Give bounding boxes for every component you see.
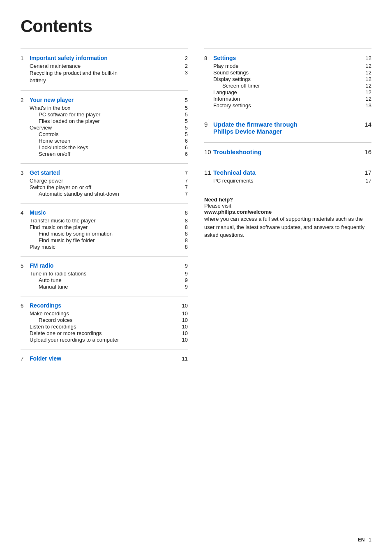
list-item: PC requirements 17	[204, 178, 371, 184]
list-item: General maintenance 2	[21, 63, 188, 69]
list-item: Recycling the product and the built-inba…	[21, 69, 188, 84]
section-3-number: 3	[21, 170, 28, 176]
need-help-title: Need help?	[204, 197, 371, 203]
list-item: Play mode 12	[204, 63, 371, 69]
section-4-number: 4	[21, 210, 28, 216]
list-item: Play music 8	[21, 244, 188, 250]
section-1-title: Important safety information	[30, 55, 180, 61]
need-help-section: Need help? Please visit www.philips.com/…	[204, 190, 371, 239]
section-2-page: 5	[180, 97, 188, 103]
right-column: 8 Settings 12 Play mode 12 Sound setting…	[204, 49, 371, 369]
need-help-please: Please visit	[204, 203, 371, 209]
section-9-page: 14	[363, 121, 371, 128]
section-6-title: Recordings	[30, 302, 180, 309]
footer-lang: EN	[358, 537, 365, 543]
list-item: Manual tune 9	[21, 284, 188, 290]
section-9-number: 9	[204, 121, 213, 128]
list-item: Find music by song information 8	[21, 231, 188, 237]
section-5: 5 FM radio 9 Tune in to radio stations 9…	[21, 256, 188, 296]
list-item: Transfer music to the player 8	[21, 217, 188, 224]
list-item: Sound settings 12	[204, 69, 371, 76]
section-9: 9 Update the firmware throughUpdate the …	[204, 115, 371, 142]
list-item: Upload your recordings to a computer 10	[21, 337, 188, 343]
need-help-body: where you can access a full set of suppo…	[204, 215, 371, 239]
left-column: 1 Important safety information 2 General…	[21, 49, 188, 369]
list-item: Charge power 7	[21, 178, 188, 184]
list-item: Screen off timer 12	[204, 83, 371, 89]
list-item: Auto tune 9	[21, 277, 188, 283]
section-8-page: 12	[363, 55, 371, 61]
section-5-number: 5	[21, 263, 28, 269]
section-3: 3 Get started 7 Charge power 7 Switch th…	[21, 163, 188, 203]
list-item: PC software for the player 5	[21, 111, 188, 118]
need-help-url: www.philips.com/welcome	[204, 209, 371, 215]
section-11-number: 11	[204, 169, 213, 176]
section-10: 10 Troubleshooting 16	[204, 142, 371, 163]
list-item: Language 12	[204, 89, 371, 95]
section-10-title: Troubleshooting	[213, 148, 363, 155]
section-1-page: 2	[180, 55, 188, 61]
list-item: Display settings 12	[204, 76, 371, 82]
section-10-number: 10	[204, 148, 213, 155]
section-4: 4 Music 8 Transfer music to the player 8…	[21, 203, 188, 256]
section-6-page: 10	[180, 303, 188, 309]
section-7-title: Folder view	[30, 355, 180, 362]
list-item: What's in the box 5	[21, 105, 188, 111]
section-8: 8 Settings 12 Play mode 12 Sound setting…	[204, 49, 371, 115]
section-9-title: Update the firmware throughUpdate the fi…	[213, 121, 297, 135]
list-item: Files loaded on the player 5	[21, 118, 188, 124]
section-10-page: 16	[363, 148, 371, 155]
list-item: Factory settings 13	[204, 102, 371, 109]
section-4-title: Music	[30, 209, 180, 216]
list-item: Switch the player on or off 7	[21, 184, 188, 190]
list-item: Listen to recordings 10	[21, 324, 188, 330]
list-item: Screen on/off 6	[21, 151, 188, 157]
list-item: Lock/unlock the keys 6	[21, 144, 188, 150]
section-7-number: 7	[21, 356, 28, 362]
list-item: Information 12	[204, 96, 371, 102]
list-item: Controls 5	[21, 131, 188, 137]
section-3-title: Get started	[30, 169, 180, 176]
section-11-title: Technical data	[213, 169, 363, 176]
list-item: Home screen 6	[21, 138, 188, 144]
section-7-page: 11	[180, 356, 188, 362]
section-8-title: Settings	[213, 55, 363, 61]
footer: EN 1	[358, 537, 371, 543]
section-2-title: Your new player	[30, 97, 180, 103]
list-item: Tune in to radio stations 9	[21, 271, 188, 277]
page-title: Contents	[21, 16, 371, 36]
section-2: 2 Your new player 5 What's in the box 5 …	[21, 90, 188, 163]
section-11: 11 Technical data 17 PC requirements 17	[204, 163, 371, 190]
section-8-number: 8	[204, 55, 212, 61]
footer-page: 1	[366, 537, 371, 543]
section-5-title: FM radio	[30, 262, 180, 269]
section-1-number: 1	[21, 55, 28, 61]
section-2-number: 2	[21, 97, 28, 103]
section-4-page: 8	[180, 210, 188, 216]
list-item: Find music on the player 8	[21, 224, 188, 230]
list-item: Automatic standby and shut-down 7	[21, 191, 188, 197]
section-6-number: 6	[21, 303, 28, 309]
section-11-page: 17	[363, 169, 371, 176]
section-5-page: 9	[180, 263, 188, 269]
section-3-page: 7	[180, 170, 188, 176]
list-item: Overview 5	[21, 125, 188, 131]
list-item: Find music by file folder 8	[21, 237, 188, 243]
section-1: 1 Important safety information 2 General…	[21, 49, 188, 90]
list-item: Record voices 10	[21, 317, 188, 323]
list-item: Delete one or more recordings 10	[21, 330, 188, 336]
section-6: 6 Recordings 10 Make recordings 10 Recor…	[21, 296, 188, 349]
list-item: Make recordings 10	[21, 310, 188, 317]
section-7: 7 Folder view 11	[21, 349, 188, 369]
